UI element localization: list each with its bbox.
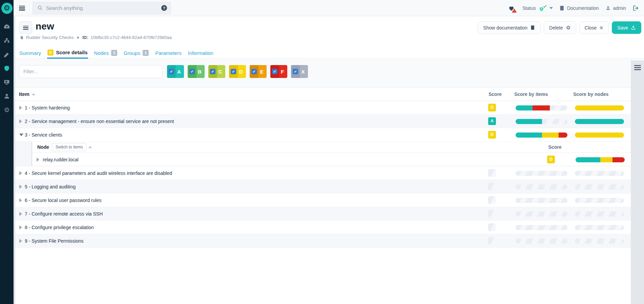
item-column-label: Item	[19, 91, 29, 97]
score-bar-segment	[516, 105, 533, 110]
score-filter-label: X	[298, 69, 308, 75]
sidebar-item-nodes[interactable]	[0, 34, 14, 47]
nested-table-header: NodeSwitch to itemsScore	[32, 142, 631, 153]
table-row[interactable]: 2 - Service management - ensure non esse…	[15, 115, 631, 128]
tab-groups[interactable]: Groups1	[123, 47, 149, 59]
filter-input[interactable]	[19, 65, 163, 78]
health-alerts-button[interactable]: !	[508, 4, 516, 12]
sidebar-item-security[interactable]	[0, 61, 14, 75]
rule-detail-card: new Rudder Security Checks ID: 10bfbc35-…	[15, 16, 644, 304]
item-label: 7 - Configure remote access via SSH	[25, 211, 103, 217]
checkbox-icon[interactable]: ✔	[272, 69, 277, 74]
tab-information[interactable]: Information	[188, 47, 214, 59]
tab-score-details[interactable]: DScore details	[47, 47, 88, 59]
expand-caret-icon[interactable]	[19, 225, 22, 229]
score-by-items-bar	[516, 133, 567, 138]
score-badge: D	[488, 131, 496, 139]
table-row[interactable]: 3 - Service clientsD	[15, 128, 631, 142]
score-filter-x[interactable]: ✔X	[291, 65, 308, 78]
score-bar-segment	[600, 157, 612, 162]
expand-caret-icon[interactable]	[19, 119, 22, 123]
expand-caret-icon[interactable]	[19, 185, 22, 189]
tab-summary[interactable]: Summary	[19, 47, 41, 59]
score-by-items-placeholder	[516, 171, 567, 176]
sidebar-item-system[interactable]	[0, 75, 14, 89]
checkbox-icon[interactable]: ✔	[251, 69, 257, 74]
score-filter-a[interactable]: ✔A	[167, 65, 184, 78]
score-bar-empty-segment	[575, 225, 624, 230]
table-row[interactable]: 5 - Logging and auditing	[15, 180, 631, 194]
table-row[interactable]: 8 - Configure privilege escalation	[15, 221, 631, 234]
score-bar-empty-segment	[550, 105, 567, 110]
item-label: 8 - Configure privilege escalation	[25, 225, 94, 230]
expand-caret-icon[interactable]	[19, 239, 22, 243]
help-icon[interactable]: ?	[161, 5, 167, 11]
documentation-label: Documentation	[567, 5, 599, 11]
table-row[interactable]: 1 - System hardeningD	[15, 101, 631, 115]
score-bar-empty-segment	[542, 119, 567, 124]
sidebar-item-settings[interactable]: ⚙	[0, 103, 14, 117]
documentation-link[interactable]: Documentation	[559, 5, 599, 11]
column-header-score-by-nodes: Score by nodes	[573, 92, 608, 97]
score-bar-empty-segment	[575, 198, 624, 203]
logout-button[interactable]	[632, 5, 639, 11]
logout-icon	[632, 5, 639, 11]
gauge-icon	[3, 23, 10, 30]
score-by-nodes-placeholder	[575, 239, 624, 244]
score-filter-f[interactable]: ✔F	[270, 65, 287, 78]
score-filter-e[interactable]: ✔E	[250, 65, 267, 78]
table-row[interactable]: 4 - Secure kernel parameters and audit w…	[15, 166, 631, 180]
score-by-items-bar	[516, 119, 567, 124]
sort-asc-icon[interactable]	[88, 146, 92, 148]
tab-parameters[interactable]: Parameters	[155, 47, 182, 59]
score-bar-empty-segment	[575, 171, 624, 176]
score-filter-d[interactable]: ✔D	[229, 65, 246, 78]
nested-area: NodeSwitch to itemsScorerelay.rudder.loc…	[32, 142, 631, 166]
score-by-items-placeholder	[516, 184, 567, 189]
score-table-header: Item Score Score by items Score by nodes	[15, 87, 631, 101]
right-panel-strip	[631, 60, 644, 304]
user-menu[interactable]: admin	[605, 5, 626, 11]
table-row[interactable]: 7 - Configure remote access via SSH	[15, 207, 631, 221]
checkbox-icon[interactable]: ✔	[210, 69, 215, 74]
user-icon	[605, 5, 611, 11]
expand-caret-icon[interactable]	[19, 212, 22, 216]
table-options-icon[interactable]	[634, 65, 641, 70]
sidebar-item-configurations[interactable]	[0, 47, 14, 61]
checkbox-icon[interactable]: ✔	[293, 69, 298, 74]
pencil-icon	[3, 51, 10, 58]
expand-caret-icon[interactable]	[19, 198, 22, 202]
score-by-nodes-placeholder	[575, 225, 624, 230]
checkbox-icon[interactable]: ✔	[169, 69, 174, 74]
checkbox-icon[interactable]: ✔	[189, 69, 195, 74]
rudder-logo[interactable]: ⚙	[0, 0, 14, 16]
score-filter-c[interactable]: ✔C	[208, 65, 225, 78]
tab-label: Parameters	[155, 50, 182, 56]
table-row[interactable]: 6 - Secure local user password rules	[15, 194, 631, 207]
score-bar-empty-segment	[516, 198, 567, 203]
column-header-item[interactable]: Item	[19, 91, 35, 97]
tab-label: Information	[188, 50, 213, 56]
expand-caret-icon[interactable]	[19, 106, 22, 110]
collapse-caret-icon[interactable]	[19, 134, 23, 136]
score-filter-b[interactable]: ✔B	[188, 65, 205, 78]
item-label: 1 - System hardening	[25, 105, 70, 110]
tab-nodes[interactable]: Nodes2	[94, 47, 118, 59]
expand-caret-icon[interactable]	[37, 158, 39, 162]
column-header-score: Score	[489, 92, 502, 97]
nested-gutter	[15, 142, 32, 166]
switch-to-items-button[interactable]: Switch to items	[52, 143, 87, 151]
checkbox-icon[interactable]: ✔	[231, 69, 236, 74]
node-row[interactable]: relay.rudder.localD	[32, 153, 631, 166]
search-input[interactable]	[43, 5, 161, 11]
expand-caret-icon[interactable]	[19, 171, 22, 175]
menu-toggle-button[interactable]	[19, 6, 25, 11]
sidebar-item-dashboard[interactable]	[0, 20, 14, 34]
status-menu[interactable]: Status	[522, 4, 553, 12]
node-score-bar	[576, 157, 625, 162]
sidebar-item-users[interactable]	[0, 89, 14, 103]
book-icon	[559, 5, 565, 11]
tab-badge: 1	[143, 50, 149, 56]
table-row[interactable]: 9 - System File Permissions	[15, 234, 631, 248]
column-header-score-by-items: Score by items	[514, 92, 548, 97]
